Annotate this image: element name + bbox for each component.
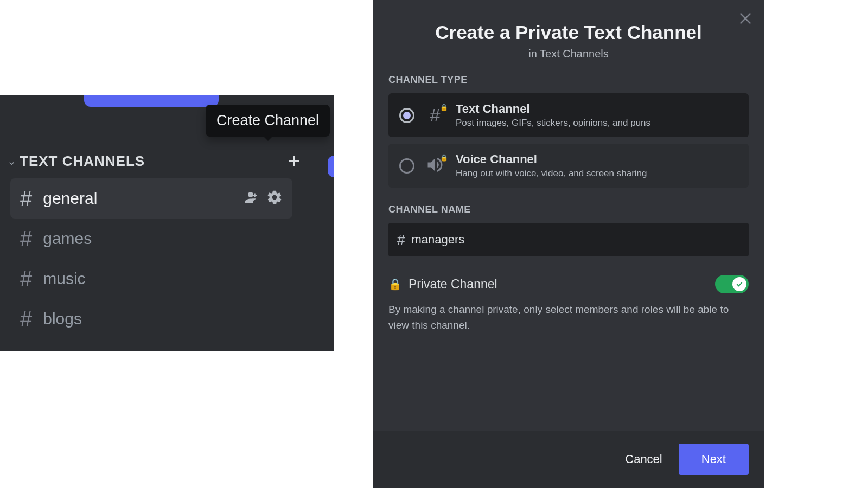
modal-subtitle: in Text Channels: [388, 48, 749, 60]
toggle-knob: [732, 277, 746, 291]
modal-title: Create a Private Text Channel: [388, 22, 749, 43]
category-label: TEXT CHANNELS: [20, 153, 145, 170]
type-option-text[interactable]: #🔒 Text Channel Post images, GIFs, stick…: [388, 93, 749, 137]
chevron-down-icon: ⌄: [7, 155, 16, 168]
close-button[interactable]: [737, 10, 754, 31]
hash-icon: #: [20, 227, 32, 251]
radio-text-channel[interactable]: [399, 108, 414, 123]
create-channel-tooltip: Create Channel: [206, 105, 330, 137]
category-header[interactable]: ⌄ TEXT CHANNELS +: [7, 151, 300, 171]
private-channel-toggle[interactable]: [715, 275, 749, 293]
private-channel-row: 🔒 Private Channel: [388, 275, 749, 293]
gear-icon[interactable]: [266, 189, 283, 208]
next-button[interactable]: Next: [679, 444, 749, 475]
hash-icon: #: [20, 307, 32, 331]
type-option-voice[interactable]: 🔒 Voice Channel Hang out with voice, vid…: [388, 144, 749, 188]
create-channel-modal: Create a Private Text Channel in Text Ch…: [373, 0, 764, 488]
server-banner-strip: [84, 95, 219, 107]
type-title: Voice Channel: [456, 152, 647, 166]
channel-name: games: [43, 229, 283, 248]
speaker-lock-icon: 🔒: [424, 155, 446, 177]
hash-icon: #: [397, 232, 405, 248]
channel-name: general: [43, 189, 232, 208]
private-channel-description: By making a channel private, only select…: [388, 302, 749, 333]
channel-type-label: CHANNEL TYPE: [388, 74, 749, 86]
channel-list: # general # games # music # blogs: [10, 178, 292, 339]
channel-name-input[interactable]: [411, 233, 740, 247]
invite-people-icon[interactable]: [242, 189, 259, 208]
channel-music[interactable]: # music: [10, 259, 292, 299]
channel-sidebar: Create Channel ⌄ TEXT CHANNELS + # gener…: [0, 95, 334, 351]
tooltip-arrow: [264, 137, 272, 141]
type-title: Text Channel: [456, 102, 650, 116]
unread-indicator: [328, 156, 334, 177]
tooltip-label: Create Channel: [216, 112, 319, 129]
channel-name: music: [43, 269, 283, 288]
hash-lock-icon: #🔒: [424, 105, 446, 126]
type-desc: Hang out with voice, video, and screen s…: [456, 168, 647, 179]
modal-header: Create a Private Text Channel in Text Ch…: [373, 0, 764, 74]
channel-blogs[interactable]: # blogs: [10, 299, 292, 339]
channel-games[interactable]: # games: [10, 219, 292, 259]
add-channel-button[interactable]: +: [288, 151, 300, 171]
modal-footer: Cancel Next: [373, 431, 764, 488]
lock-icon: 🔒: [388, 278, 402, 291]
type-desc: Post images, GIFs, stickers, opinions, a…: [456, 118, 650, 129]
hash-icon: #: [20, 267, 32, 291]
channel-name-input-wrap[interactable]: #: [388, 223, 749, 256]
channel-name: blogs: [43, 310, 283, 328]
private-channel-title: Private Channel: [409, 277, 497, 292]
channel-general[interactable]: # general: [10, 178, 292, 219]
cancel-button[interactable]: Cancel: [625, 452, 662, 466]
radio-voice-channel[interactable]: [399, 158, 414, 174]
hash-icon: #: [20, 187, 32, 211]
channel-name-label: CHANNEL NAME: [388, 204, 749, 215]
